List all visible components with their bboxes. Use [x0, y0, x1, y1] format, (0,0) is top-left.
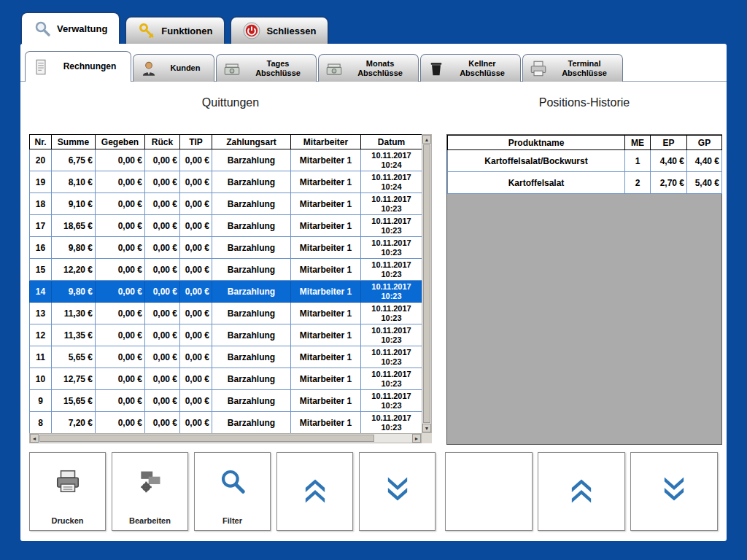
receipts-column-header[interactable]: Summe [52, 135, 96, 149]
receipts-column-header[interactable]: Gegeben [96, 135, 145, 149]
receipt-row[interactable]: 206,75 €0,00 €0,00 €0,00 €BarzahlungMita… [30, 149, 422, 171]
receipt-cell: Barzahlung [212, 303, 291, 324]
position-row[interactable]: Kartoffelsalat22,70 €5,40 € [448, 172, 722, 194]
receipts-column-header[interactable]: Nr. [30, 135, 52, 149]
cash-icon [222, 59, 241, 78]
receipt-cell: 0,00 € [96, 346, 145, 368]
scroll-left-arrow-icon[interactable]: ◄ [30, 434, 39, 443]
receipt-row[interactable]: 169,80 €0,00 €0,00 €0,00 €BarzahlungMita… [30, 237, 422, 259]
receipt-row[interactable]: 1718,65 €0,00 €0,00 €0,00 €BarzahlungMit… [30, 215, 422, 237]
power-icon [243, 22, 260, 39]
positions-page-up-button[interactable] [538, 452, 625, 531]
tab-schliessen[interactable]: Schliessen [230, 16, 329, 44]
scroll-down-arrow-icon[interactable]: ▼ [422, 424, 431, 432]
receipt-cell-datum: 10.11.201710:23 [361, 412, 422, 434]
receipt-cell: 8 [30, 412, 52, 434]
drucken-button[interactable]: Drucken [29, 452, 106, 531]
scroll-right-arrow-icon[interactable]: ► [412, 434, 421, 443]
receipt-cell: 0,00 € [145, 149, 180, 171]
receipt-cell: 7,20 € [52, 412, 96, 434]
receipt-cell: Barzahlung [212, 149, 291, 171]
receipt-row[interactable]: 87,20 €0,00 €0,00 €0,00 €BarzahlungMitar… [30, 412, 422, 434]
receipts-header-row: Nr.SummeGegebenRückTIPZahlungsartMitarbe… [30, 135, 422, 149]
receipt-cell: 0,00 € [96, 281, 145, 303]
receipt-row[interactable]: 189,10 €0,00 €0,00 €0,00 €BarzahlungMita… [30, 193, 422, 215]
receipt-cell: Mitarbeiter 1 [291, 171, 361, 193]
receipts-tbody: 206,75 €0,00 €0,00 €0,00 €BarzahlungMita… [30, 149, 422, 434]
receipt-cell: 0,00 € [145, 171, 180, 193]
receipt-row[interactable]: 149,80 €0,00 €0,00 €0,00 €BarzahlungMita… [30, 281, 422, 303]
vertical-scroll-thumb[interactable] [423, 144, 430, 423]
receipt-cell: 9,80 € [52, 237, 96, 259]
tab-terminal-abschluesse[interactable]: Terminal Abschlüsse [522, 54, 623, 82]
receipts-horizontal-scrollbar[interactable]: ◄ ► [29, 433, 422, 443]
tab-kellner-abschluesse[interactable]: Kellner Abschlüsse [420, 54, 521, 82]
receipts-column-header[interactable]: TIP [180, 135, 212, 149]
receipt-cell-datum: 10.11.201710:23 [361, 193, 422, 215]
horizontal-scroll-thumb[interactable] [39, 435, 374, 442]
receipt-row[interactable]: 1512,20 €0,00 €0,00 €0,00 €BarzahlungMit… [30, 259, 422, 281]
edit-gear-icon [112, 467, 187, 495]
receipts-column-header[interactable]: Zahlungsart [212, 135, 291, 149]
receipt-cell: 12,20 € [52, 259, 96, 281]
receipts-vertical-scrollbar[interactable]: ▲ ▼ [422, 134, 432, 433]
receipt-cell: 0,00 € [145, 215, 180, 237]
receipt-cell: Mitarbeiter 1 [291, 324, 361, 346]
receipt-row[interactable]: 1311,30 €0,00 €0,00 €0,00 €BarzahlungMit… [30, 303, 422, 324]
receipt-cell: Barzahlung [212, 215, 291, 237]
tab-monats-abschluesse[interactable]: Monats Abschlüsse [318, 54, 419, 82]
position-cell: 2 [625, 172, 651, 194]
position-cell: 5,40 € [687, 172, 722, 194]
receipt-row[interactable]: 915,65 €0,00 €0,00 €0,00 €BarzahlungMita… [30, 390, 422, 412]
receipt-cell: 0,00 € [180, 346, 212, 368]
tab-monats-abschluesse-label: Monats Abschlüsse [348, 59, 412, 78]
receipt-row[interactable]: 1012,75 €0,00 €0,00 €0,00 €BarzahlungMit… [30, 368, 422, 390]
receipt-cell-datum: 10.11.201710:24 [361, 149, 422, 171]
tab-verwaltung[interactable]: Verwaltung [20, 12, 120, 44]
positions-page-down-button[interactable] [630, 452, 718, 531]
position-row[interactable]: Kartoffelsalat/Bockwurst14,40 €4,40 € [448, 150, 722, 172]
receipt-row[interactable]: 198,10 €0,00 €0,00 €0,00 €BarzahlungMita… [30, 171, 422, 193]
positions-empty-button[interactable] [445, 452, 533, 531]
positions-tbody: Kartoffelsalat/Bockwurst14,40 €4,40 €Kar… [448, 150, 722, 194]
receipts-page-down-button[interactable] [359, 452, 436, 531]
receipts-column-header[interactable]: Datum [361, 135, 422, 149]
receipt-cell-datum: 10.11.201710:23 [361, 237, 422, 259]
positions-column-header[interactable]: ME [625, 136, 651, 150]
receipt-cell: 0,00 € [96, 215, 145, 237]
tab-kunden[interactable]: Kunden [133, 54, 214, 82]
receipt-row[interactable]: 115,65 €0,00 €0,00 €0,00 €BarzahlungMita… [30, 346, 422, 368]
receipt-cell: Barzahlung [212, 324, 291, 346]
bearbeiten-button[interactable]: Bearbeiten [112, 452, 188, 531]
receipts-column-header[interactable]: Rück [145, 135, 180, 149]
receipts-page-up-button[interactable] [276, 452, 353, 531]
sub-tab-bar: Rechnungen Kunden Tages Abschlüsse Monat… [25, 51, 623, 82]
positions-column-header[interactable]: GP [687, 136, 722, 150]
filter-button[interactable]: Filter [194, 452, 271, 531]
receipts-column-header[interactable]: Mitarbeiter [291, 135, 361, 149]
receipt-cell: 0,00 € [145, 412, 180, 434]
tab-rechnungen[interactable]: Rechnungen [25, 51, 131, 82]
receipt-cell: 0,00 € [145, 193, 180, 215]
tab-tages-abschluesse[interactable]: Tages Abschlüsse [216, 54, 317, 82]
receipt-cell: 0,00 € [145, 368, 180, 390]
receipts-table: Nr.SummeGegebenRückTIPZahlungsartMitarbe… [29, 134, 422, 434]
positions-column-header[interactable]: Produktname [448, 136, 625, 150]
right-button-group [445, 452, 718, 531]
receipt-cell: 0,00 € [96, 149, 145, 171]
tab-funktionen[interactable]: Funktionen [125, 16, 225, 44]
receipt-cell: 9,80 € [52, 281, 96, 303]
receipt-cell: 11,30 € [52, 303, 96, 324]
receipt-cell: 9,10 € [52, 193, 96, 215]
scroll-up-arrow-icon[interactable]: ▲ [422, 135, 431, 144]
receipt-cell: 0,00 € [180, 303, 212, 324]
receipt-cell: 20 [30, 149, 52, 171]
positions-column-header[interactable]: EP [651, 136, 687, 150]
receipt-cell-datum: 10.11.201710:24 [361, 171, 422, 193]
receipt-cell: Mitarbeiter 1 [291, 237, 361, 259]
printer-icon [30, 467, 105, 495]
tab-rechnungen-label: Rechnungen [55, 62, 125, 71]
receipt-cell: 15,65 € [52, 390, 96, 412]
receipt-cell: Mitarbeiter 1 [291, 368, 361, 390]
receipt-row[interactable]: 1211,35 €0,00 €0,00 €0,00 €BarzahlungMit… [30, 324, 422, 346]
